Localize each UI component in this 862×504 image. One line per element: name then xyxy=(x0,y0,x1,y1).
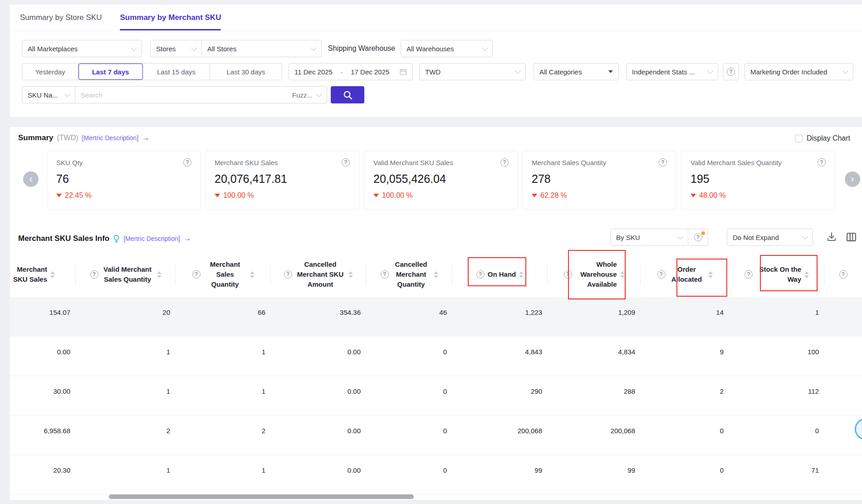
table-cell: 0.00 xyxy=(10,337,76,376)
search-field-select[interactable]: SKU Na... xyxy=(22,86,75,103)
shipping-warehouse-label: Shipping Warehouse xyxy=(328,44,395,53)
categories-select[interactable]: All Categories xyxy=(534,63,619,80)
tab-summary-by-merchant-sku[interactable]: Summary by Merchant SKU xyxy=(120,5,221,30)
stores-select[interactable]: All Stores xyxy=(202,40,322,57)
table-cell-stub xyxy=(824,455,862,494)
date-separator: - xyxy=(341,68,343,76)
independent-stats-select[interactable]: Independent Stats ... xyxy=(626,63,718,80)
match-mode-select[interactable]: Fuzz... xyxy=(292,91,321,99)
table-cell: 0 xyxy=(366,455,452,494)
arrow-right-icon[interactable]: → xyxy=(184,234,191,243)
group-by-control: By SKU ? xyxy=(610,229,708,246)
stores-type-select[interactable]: Stores xyxy=(150,40,202,57)
preset-last-30-days[interactable]: Last 30 days xyxy=(210,64,282,80)
help-icon[interactable]: ? xyxy=(839,270,847,279)
help-icon[interactable]: ? xyxy=(90,270,98,279)
help-icon[interactable]: ? xyxy=(659,158,667,166)
horizontal-scrollbar-thumb[interactable] xyxy=(109,494,414,499)
marketing-order-value: Marketing Order Included xyxy=(750,68,827,76)
table-cell: 71 xyxy=(729,455,824,494)
search-input[interactable]: Search Fuzz... xyxy=(75,86,327,103)
sort-icon[interactable] xyxy=(434,271,438,278)
display-chart-toggle: Display Chart xyxy=(795,134,850,142)
arrow-right-icon[interactable]: → xyxy=(142,133,150,142)
table-row[interactable]: 154.072066354.36461,2231,209141 xyxy=(10,297,862,337)
marketplace-select[interactable]: All Marketplaces xyxy=(22,40,142,57)
table-row[interactable]: 0.00110.0004,8434,8349100 xyxy=(10,337,862,376)
filter-row-search: SKU Na... Search Fuzz... xyxy=(22,86,364,103)
filter-row-dates: Yesterday Last 7 days Last 15 days Last … xyxy=(22,63,853,80)
help-button[interactable]: ? xyxy=(723,63,739,80)
metric-description-link[interactable]: [Mertric Description] xyxy=(123,235,180,242)
summary-card-valid-merchant-sku-sales: Valid Merchant SKU Sales ? 20,055,426.04… xyxy=(364,151,518,210)
help-icon[interactable]: ? xyxy=(818,158,826,166)
table-cell: 1,223 xyxy=(452,297,548,336)
group-by-help-button[interactable]: ? xyxy=(688,229,708,245)
help-icon[interactable]: ? xyxy=(342,158,350,166)
chevron-down-icon xyxy=(131,45,137,51)
column-settings-button[interactable] xyxy=(846,231,857,245)
delta-down-icon xyxy=(215,194,220,197)
annotation-box-whole-warehouse-available xyxy=(568,250,626,299)
card-delta: 100.00 % xyxy=(215,191,350,200)
table-row[interactable]: 30.00110.0002902882112 xyxy=(10,376,862,416)
sort-icon[interactable] xyxy=(250,271,255,278)
card-title: Valid Merchant SKU Sales xyxy=(373,159,453,166)
date-range-picker[interactable]: 11 Dec 2025 - 17 Dec 2025 xyxy=(289,63,413,80)
group-by-select[interactable]: By SKU xyxy=(611,229,688,245)
table-cell-stub xyxy=(824,297,862,336)
column-label: Valid Merchant Sales Quantity xyxy=(102,264,154,284)
table-cell: 0 xyxy=(729,416,824,455)
chevron-down-icon xyxy=(482,45,488,51)
column-label: Cancelled Merchant Quantity xyxy=(392,259,431,289)
metric-description-link[interactable]: [Mertric Description] xyxy=(82,134,138,142)
help-icon[interactable]: ? xyxy=(381,270,389,279)
currency-select[interactable]: TWD xyxy=(419,63,526,80)
summary-currency: (TWD) xyxy=(57,134,78,142)
table-header: Merchant SKU Sales ? Valid Merchant Sale… xyxy=(10,252,862,297)
delta-down-icon xyxy=(56,194,62,197)
carousel-next-button[interactable]: › xyxy=(845,171,860,187)
help-icon[interactable]: ? xyxy=(657,270,666,279)
filters-panel: Summary by Store SKU Summary by Merchant… xyxy=(10,5,862,117)
summary-title: Summary xyxy=(18,133,53,142)
help-icon[interactable]: ? xyxy=(744,270,753,279)
carousel-prev-button[interactable]: ‹ xyxy=(23,171,39,187)
search-button[interactable] xyxy=(331,86,364,103)
help-icon[interactable]: ? xyxy=(183,158,191,166)
warehouse-select[interactable]: All Warehouses xyxy=(401,40,493,57)
table-row[interactable]: 6,958.68220.000200,068200,06800 xyxy=(10,416,862,455)
column-header-cancelled-merchant-sku-amount[interactable]: ? Cancelled Merchant SKU Amount xyxy=(271,252,366,297)
table-cell: 46 xyxy=(366,297,452,336)
sort-icon[interactable] xyxy=(50,271,55,278)
column-header-merchant-sku-sales[interactable]: Merchant SKU Sales xyxy=(10,252,76,297)
display-chart-checkbox[interactable] xyxy=(795,135,803,142)
card-value: 195 xyxy=(691,172,826,186)
sort-icon[interactable] xyxy=(157,271,162,278)
expand-select[interactable]: Do Not Expand xyxy=(727,229,813,246)
column-header-valid-merchant-sales-quantity[interactable]: ? Valid Merchant Sales Quantity xyxy=(76,252,176,297)
table-cell: 288 xyxy=(548,376,641,415)
table-row[interactable]: 20.30110.0009999071 xyxy=(10,455,862,494)
column-header-clipped[interactable]: ? xyxy=(824,252,862,297)
help-icon[interactable]: ? xyxy=(500,158,509,166)
annotation-box-stock-on-the-way xyxy=(760,255,818,291)
column-label: Cancelled Merchant SKU Amount xyxy=(295,259,345,289)
marketing-order-select[interactable]: Marketing Order Included xyxy=(744,63,853,80)
table-cell: 99 xyxy=(548,455,641,494)
table-cell: 1 xyxy=(176,376,271,415)
sort-icon[interactable] xyxy=(348,271,353,278)
download-button[interactable] xyxy=(826,231,837,244)
table-cell: 4,843 xyxy=(452,337,548,376)
help-icon[interactable]: ? xyxy=(284,270,292,279)
preset-yesterday[interactable]: Yesterday xyxy=(22,64,78,80)
preset-last-7-days[interactable]: Last 7 days xyxy=(78,64,143,80)
column-header-merchant-sales-quantity[interactable]: ? Merchant Sales Quantity xyxy=(176,252,271,297)
chevron-down-icon xyxy=(311,45,317,51)
column-header-cancelled-merchant-quantity[interactable]: ? Cancelled Merchant Quantity xyxy=(366,252,452,297)
card-value: 76 xyxy=(56,172,191,186)
help-icon[interactable]: ? xyxy=(192,270,201,279)
tab-summary-by-store-sku[interactable]: Summary by Store SKU xyxy=(20,5,102,30)
preset-last-15-days[interactable]: Last 15 days xyxy=(143,64,210,80)
table-cell: 1 xyxy=(76,376,176,415)
